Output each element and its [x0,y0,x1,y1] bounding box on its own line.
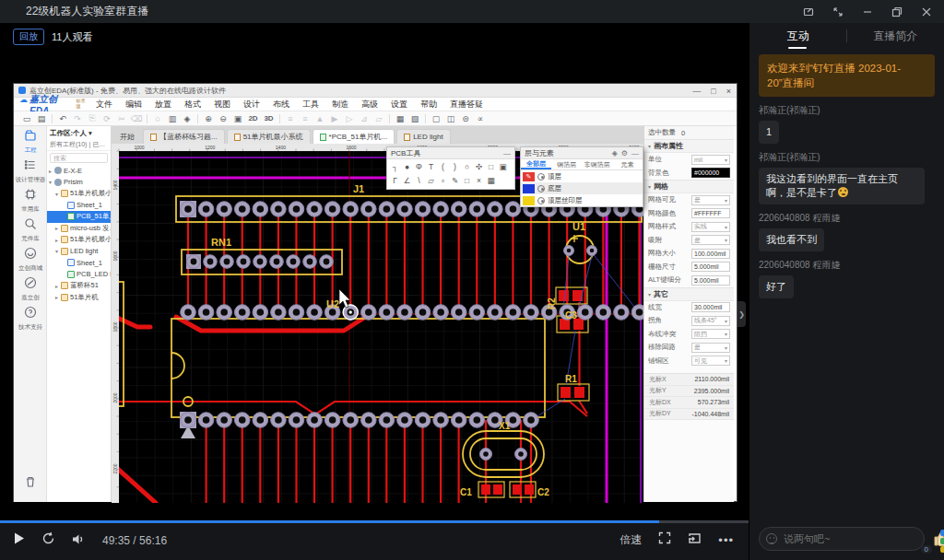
eda-close-icon[interactable]: × [726,87,731,96]
menubar-item[interactable]: 帮助 [414,99,443,111]
pcb-tool-button[interactable]: ▫ [437,173,449,187]
gear-icon[interactable]: ⚙ [621,149,628,158]
chat-input[interactable] [759,527,925,551]
view-2d-button[interactable]: 2D [245,112,261,124]
open-icon[interactable]: ▤ [34,112,49,124]
property-input[interactable]: 5.000mil [691,275,730,286]
sidebar-item-2[interactable]: 设计管理器 [14,156,47,185]
drc-icon[interactable]: ▦ [393,112,407,124]
speed-button[interactable]: 倍速 [620,532,642,548]
fullscreen-icon[interactable] [828,3,848,21]
pin-icon[interactable]: ◈ [612,149,618,158]
pcb-tool-button[interactable]: ∠ [401,173,413,187]
pcb-tool-button[interactable]: ✣ [473,159,485,173]
layer-tab[interactable]: 全部层 [521,159,551,169]
rotate-icon[interactable]: ⟳ [100,112,114,124]
replay-icon[interactable] [41,531,55,549]
document-tab[interactable]: LED light [396,129,450,144]
property-dropdown[interactable]: 实线▾ [691,222,730,232]
layer-color-swatch[interactable] [523,184,535,193]
pcb-tool-button[interactable]: ▦ [485,173,497,187]
popout-icon[interactable] [798,3,819,21]
preview-3d-icon[interactable]: ⊜ [458,112,473,124]
menubar-item[interactable]: 格式 [178,99,207,111]
property-input[interactable]: #FFFFFF [691,208,730,218]
project-tree-item[interactable]: ▸51单片机 [47,292,111,304]
pcb-tool-button[interactable]: ○ [461,159,473,173]
project-tree-item[interactable]: ▸E-X-E [47,165,111,177]
distribute-v-icon[interactable]: ▷ [342,112,357,124]
menubar-item[interactable]: 设置 [384,99,414,111]
close-icon[interactable] [916,3,937,21]
document-tab[interactable]: 开始 [113,129,141,144]
panelize-icon[interactable]: ▧ [407,112,422,124]
zoom-out-icon[interactable]: ⊖ [216,112,230,124]
pcb-tool-button[interactable]: Φ [413,159,425,173]
eye-visibility-icon[interactable] [537,185,545,192]
pcb-tool-button[interactable]: Γ [389,173,401,187]
eda-minimize-icon[interactable]: — [692,87,701,96]
layer-tab[interactable]: 非铜箔层 [582,159,612,169]
video-area[interactable]: 回放 11人观看 嘉立创EDA(标准版) - 免费、易用、强大的在线电路设计软件… [0,23,749,520]
project-tree-item[interactable]: ▾51单片机最小… [47,188,111,200]
property-dropdown[interactable]: 是▾ [691,235,730,245]
trash-icon[interactable] [14,467,47,496]
volume-icon[interactable] [72,532,86,549]
mirror-icon[interactable]: ⊿ [357,112,372,124]
filter-icon[interactable]: ◈ [180,112,195,124]
sidebar-item-6[interactable]: 嘉立创 [14,274,47,303]
align-left-icon[interactable]: ≡ [283,112,298,124]
layer-color-swatch[interactable]: ✎ [523,172,535,181]
layer-tab[interactable]: 元素 [612,159,643,169]
search-icon[interactable]: ◌ [150,112,165,124]
sidebar-item-4[interactable]: 元件库 [14,215,47,244]
split-view-icon[interactable]: ◫ [443,112,458,124]
pcb-tool-button[interactable]: ▱ [425,173,437,187]
pcb-tool-button[interactable]: ● [401,159,413,173]
project-tree-item[interactable]: ▸蓝桥杯51 [47,280,111,292]
property-input[interactable]: 100.000mil [691,249,730,259]
project-tree-item[interactable]: Sheet_1 [47,257,111,269]
layer-color-swatch[interactable] [523,196,535,205]
project-tree-item[interactable]: Sheet_1 [47,200,111,212]
property-dropdown[interactable]: 是▾ [691,343,730,353]
eda-maximize-icon[interactable]: □ [711,87,715,96]
all-projects-label[interactable]: 所有工程(10) | 已… [47,139,111,151]
pcb-tool-button[interactable]: ) [449,159,461,173]
document-tab[interactable]: 51单片机最小系统 [227,129,311,144]
project-tree-item[interactable]: ▸micro-usb 发… [47,223,111,235]
menubar-item[interactable]: 高级 [355,99,384,111]
minimize-panel-icon[interactable]: — [503,149,511,158]
menubar-item[interactable]: 布线 [266,99,296,111]
property-input[interactable]: 30.000mil [691,302,730,312]
menubar-item[interactable]: 视图 [207,99,237,111]
layer-row[interactable]: ✎顶层 [521,170,643,182]
more-options-icon[interactable]: ••• [718,533,734,547]
sidebar-item-7[interactable]: 技术支持 [14,303,47,332]
align-center-icon[interactable]: ≡ [298,112,313,124]
view-3d-button[interactable]: 3D [261,112,277,124]
delete-icon[interactable]: ⌫ [129,112,144,124]
zoom-in-icon[interactable]: ⊕ [201,112,216,124]
cut-icon[interactable]: ✂ [114,112,129,124]
array-icon[interactable]: ▱ [372,112,386,124]
menubar-item[interactable]: 工具 [296,99,325,111]
distribute-icon[interactable]: ▶ [327,112,342,124]
save-icon[interactable]: ▭ [19,112,34,124]
pcb-tool-button[interactable]: ▣ [497,159,509,173]
align-top-icon[interactable]: ▲ [313,112,327,124]
property-dropdown[interactable]: mil▾ [691,155,730,165]
pcb-tool-button[interactable]: □ [461,173,473,187]
menubar-item[interactable]: 设计 [237,99,266,111]
project-tree-item[interactable]: ▸51单片机最小… [47,234,111,246]
sidebar-item-3[interactable]: 常用库 [14,185,47,215]
project-tree-item[interactable]: PCB_51单片 [47,211,111,223]
pcb-tool-button[interactable]: □ [485,159,497,173]
find-similar-icon[interactable]: ▥ [165,112,180,124]
property-dropdown[interactable]: 可见▾ [691,356,730,366]
pcb-tool-button[interactable]: × [473,173,485,187]
pcb-tools-titlebar[interactable]: PCB工具 — [387,147,514,159]
reaction-bar[interactable] [940,530,944,553]
pcb-tool-button[interactable]: T [425,159,437,173]
copy-icon[interactable]: ⎘ [85,112,100,124]
